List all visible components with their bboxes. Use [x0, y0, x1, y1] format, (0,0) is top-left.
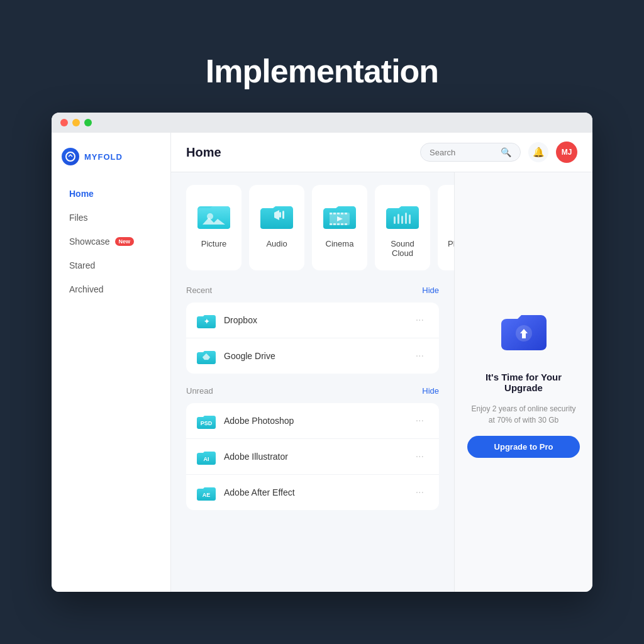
file-more-aftereffect[interactable]: ···	[411, 484, 429, 501]
folder-card-picture[interactable]: Picture	[186, 185, 242, 270]
right-panel: It's Time for Your Upgrade Enjoy 2 years…	[454, 172, 592, 592]
file-name-aftereffect: Adobe After Effect	[224, 487, 411, 497]
svg-text:PSD: PSD	[201, 420, 213, 426]
file-more-gdrive[interactable]: ···	[411, 348, 429, 364]
svg-rect-10	[345, 213, 347, 214]
showcase-badge: New	[115, 237, 135, 246]
svg-rect-15	[345, 223, 347, 225]
svg-text:AI: AI	[204, 456, 209, 462]
sidebar-item-files[interactable]: Files	[62, 207, 160, 228]
upgrade-title: It's Time for Your Upgrade	[467, 372, 580, 393]
svg-rect-3	[279, 212, 281, 218]
folder-label-soundcloud: Sound Cloud	[385, 239, 420, 258]
page-title: Implementation	[206, 52, 438, 90]
folder-label-picture: Picture	[201, 239, 226, 248]
folder-card-soundcloud[interactable]: Sound Cloud	[375, 185, 430, 270]
svg-rect-19	[405, 213, 407, 224]
upgrade-folder-icon	[499, 306, 549, 357]
browser-window: MYFOLD Home Files Showcase New Stared	[52, 113, 592, 592]
svg-point-2	[207, 213, 213, 219]
file-item-aftereffect[interactable]: AE Adobe After Effect ···	[186, 475, 439, 510]
aftereffect-folder-icon: AE	[196, 482, 216, 502]
sidebar-logo: MYFOLD	[62, 148, 160, 165]
folder-label-cinema: Cinema	[326, 239, 354, 248]
svg-text:✦: ✦	[204, 318, 209, 325]
recent-file-list: ✦ Dropbox ···	[186, 303, 439, 374]
svg-rect-4	[282, 211, 284, 219]
recent-hide-button[interactable]: Hide	[422, 286, 439, 295]
sidebar-label-showcase: Showcase	[69, 236, 110, 247]
file-more-illustrator[interactable]: ···	[411, 448, 429, 465]
svg-point-0	[66, 152, 75, 161]
logo-text: MYFOLD	[84, 152, 123, 162]
page-wrapper: Implementation MYFOLD	[0, 27, 644, 617]
main-scroll: Picture	[171, 172, 454, 592]
sidebar-label-files: Files	[69, 213, 88, 223]
file-item-illustrator[interactable]: AI Adobe Illustrator ···	[186, 439, 439, 475]
traffic-light-green[interactable]	[84, 119, 92, 126]
audio-folder-icon	[259, 197, 294, 233]
file-item-dropbox[interactable]: ✦ Dropbox ···	[186, 303, 439, 338]
sidebar-item-archived[interactable]: Archived	[62, 279, 160, 300]
svg-rect-8	[337, 213, 340, 214]
svg-rect-20	[409, 214, 411, 224]
svg-rect-6	[330, 213, 332, 214]
search-icon: 🔍	[501, 147, 511, 157]
traffic-light-yellow[interactable]	[72, 119, 80, 126]
recent-section-header: Recent Hide	[186, 286, 439, 295]
svg-rect-14	[341, 223, 343, 225]
unread-file-list: PSD Adobe Photoshop ···	[186, 403, 439, 510]
sidebar-nav: Home Files Showcase New Stared Archived	[62, 183, 160, 300]
file-name-gdrive: Google Drive	[224, 351, 411, 361]
search-input[interactable]	[430, 148, 496, 157]
svg-rect-9	[341, 213, 343, 214]
content-area: Picture	[171, 172, 592, 592]
svg-rect-13	[337, 223, 340, 225]
logo-icon	[62, 148, 79, 165]
unread-section-header: Unread Hide	[186, 386, 439, 396]
svg-rect-7	[333, 213, 336, 214]
sidebar-item-home[interactable]: Home	[62, 183, 160, 204]
unread-hide-button[interactable]: Hide	[422, 386, 439, 396]
folder-card-photography[interactable]: Photography	[438, 185, 454, 270]
upgrade-button[interactable]: Upgrade to Pro	[467, 436, 580, 458]
svg-rect-11	[330, 223, 332, 225]
folder-label-audio: Audio	[266, 239, 287, 248]
folder-label-photography: Photography	[448, 239, 454, 248]
folder-card-cinema[interactable]: Cinema	[312, 185, 367, 270]
unread-title: Unread	[186, 386, 213, 396]
top-bar-right: 🔍 🔔 MJ	[420, 142, 577, 163]
file-item-photoshop[interactable]: PSD Adobe Photoshop ···	[186, 403, 439, 439]
file-name-dropbox: Dropbox	[224, 315, 411, 325]
app-layout: MYFOLD Home Files Showcase New Stared	[52, 133, 592, 592]
sidebar-label-stared: Stared	[69, 260, 95, 270]
photoshop-folder-icon: PSD	[196, 411, 216, 431]
avatar[interactable]: MJ	[556, 142, 577, 163]
main-content: Home 🔍 🔔 MJ	[171, 133, 592, 592]
notification-button[interactable]: 🔔	[528, 142, 548, 162]
sidebar-item-stared[interactable]: Stared	[62, 255, 160, 276]
search-box[interactable]: 🔍	[420, 143, 521, 162]
traffic-light-red[interactable]	[60, 119, 68, 126]
soundcloud-folder-icon	[385, 197, 420, 233]
svg-rect-12	[333, 223, 336, 225]
top-bar: Home 🔍 🔔 MJ	[171, 133, 592, 172]
file-item-gdrive[interactable]: Google Drive ···	[186, 338, 439, 374]
folder-grid: Picture	[186, 185, 439, 270]
page-heading: Home	[186, 145, 221, 160]
svg-rect-18	[401, 216, 403, 224]
illustrator-folder-icon: AI	[196, 447, 216, 467]
file-name-photoshop: Adobe Photoshop	[224, 416, 411, 426]
dropbox-folder-icon: ✦	[196, 310, 216, 330]
gdrive-folder-icon	[196, 346, 216, 366]
svg-rect-17	[397, 214, 399, 224]
svg-rect-16	[394, 216, 396, 224]
file-name-illustrator: Adobe Illustrator	[224, 452, 411, 462]
sidebar-label-archived: Archived	[69, 284, 103, 294]
sidebar: MYFOLD Home Files Showcase New Stared	[52, 133, 171, 592]
file-more-photoshop[interactable]: ···	[411, 413, 429, 429]
file-more-dropbox[interactable]: ···	[411, 312, 429, 328]
sidebar-item-showcase[interactable]: Showcase New	[62, 231, 160, 252]
folder-card-audio[interactable]: Audio	[249, 185, 304, 270]
picture-folder-icon	[196, 197, 231, 233]
